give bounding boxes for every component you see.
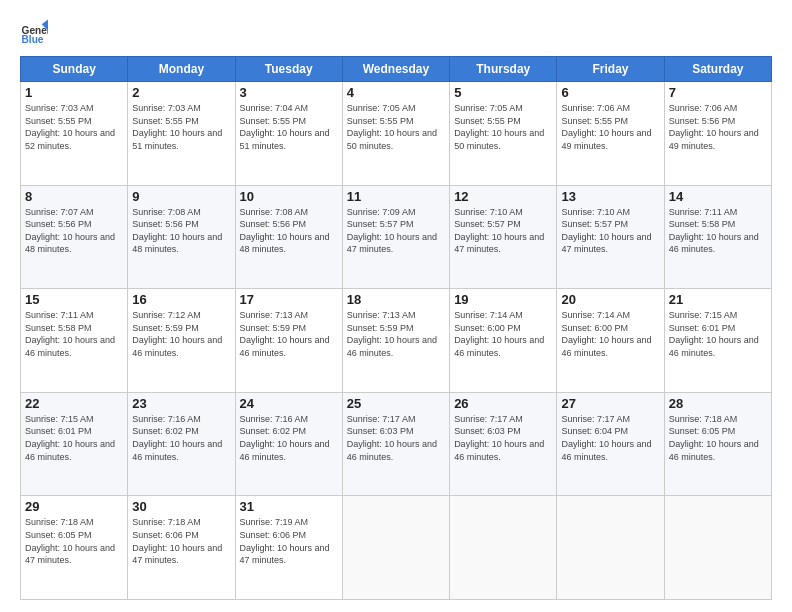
- calendar-cell: 27 Sunrise: 7:17 AMSunset: 6:04 PMDaylig…: [557, 392, 664, 496]
- day-number: 23: [132, 396, 230, 411]
- page: General Blue Sunday Monday Tuesday Wedne…: [0, 0, 792, 612]
- calendar-week-5: 29 Sunrise: 7:18 AMSunset: 6:05 PMDaylig…: [21, 496, 772, 600]
- day-info: Sunrise: 7:15 AMSunset: 6:01 PMDaylight:…: [669, 310, 759, 358]
- day-info: Sunrise: 7:17 AMSunset: 6:03 PMDaylight:…: [347, 414, 437, 462]
- day-info: Sunrise: 7:11 AMSunset: 5:58 PMDaylight:…: [25, 310, 115, 358]
- day-number: 20: [561, 292, 659, 307]
- day-info: Sunrise: 7:19 AMSunset: 6:06 PMDaylight:…: [240, 517, 330, 565]
- calendar-cell: 7 Sunrise: 7:06 AMSunset: 5:56 PMDayligh…: [664, 82, 771, 186]
- day-info: Sunrise: 7:18 AMSunset: 6:06 PMDaylight:…: [132, 517, 222, 565]
- day-info: Sunrise: 7:03 AMSunset: 5:55 PMDaylight:…: [25, 103, 115, 151]
- day-info: Sunrise: 7:07 AMSunset: 5:56 PMDaylight:…: [25, 207, 115, 255]
- day-info: Sunrise: 7:18 AMSunset: 6:05 PMDaylight:…: [25, 517, 115, 565]
- header-wednesday: Wednesday: [342, 57, 449, 82]
- day-number: 4: [347, 85, 445, 100]
- calendar-cell: 17 Sunrise: 7:13 AMSunset: 5:59 PMDaylig…: [235, 289, 342, 393]
- day-info: Sunrise: 7:18 AMSunset: 6:05 PMDaylight:…: [669, 414, 759, 462]
- day-number: 11: [347, 189, 445, 204]
- day-info: Sunrise: 7:17 AMSunset: 6:04 PMDaylight:…: [561, 414, 651, 462]
- day-info: Sunrise: 7:08 AMSunset: 5:56 PMDaylight:…: [132, 207, 222, 255]
- calendar-cell: 14 Sunrise: 7:11 AMSunset: 5:58 PMDaylig…: [664, 185, 771, 289]
- day-number: 24: [240, 396, 338, 411]
- calendar-cell: 4 Sunrise: 7:05 AMSunset: 5:55 PMDayligh…: [342, 82, 449, 186]
- day-number: 30: [132, 499, 230, 514]
- day-number: 1: [25, 85, 123, 100]
- logo: General Blue: [20, 18, 50, 46]
- calendar-cell: [450, 496, 557, 600]
- day-info: Sunrise: 7:11 AMSunset: 5:58 PMDaylight:…: [669, 207, 759, 255]
- calendar-cell: 1 Sunrise: 7:03 AMSunset: 5:55 PMDayligh…: [21, 82, 128, 186]
- day-info: Sunrise: 7:13 AMSunset: 5:59 PMDaylight:…: [240, 310, 330, 358]
- calendar-cell: 10 Sunrise: 7:08 AMSunset: 5:56 PMDaylig…: [235, 185, 342, 289]
- calendar-cell: 23 Sunrise: 7:16 AMSunset: 6:02 PMDaylig…: [128, 392, 235, 496]
- day-number: 2: [132, 85, 230, 100]
- calendar-cell: 30 Sunrise: 7:18 AMSunset: 6:06 PMDaylig…: [128, 496, 235, 600]
- calendar-table: Sunday Monday Tuesday Wednesday Thursday…: [20, 56, 772, 600]
- day-info: Sunrise: 7:04 AMSunset: 5:55 PMDaylight:…: [240, 103, 330, 151]
- calendar-cell: 25 Sunrise: 7:17 AMSunset: 6:03 PMDaylig…: [342, 392, 449, 496]
- day-number: 15: [25, 292, 123, 307]
- calendar-cell: 6 Sunrise: 7:06 AMSunset: 5:55 PMDayligh…: [557, 82, 664, 186]
- day-info: Sunrise: 7:06 AMSunset: 5:55 PMDaylight:…: [561, 103, 651, 151]
- svg-text:Blue: Blue: [22, 34, 44, 45]
- day-number: 10: [240, 189, 338, 204]
- day-info: Sunrise: 7:17 AMSunset: 6:03 PMDaylight:…: [454, 414, 544, 462]
- calendar-cell: 5 Sunrise: 7:05 AMSunset: 5:55 PMDayligh…: [450, 82, 557, 186]
- calendar-cell: 8 Sunrise: 7:07 AMSunset: 5:56 PMDayligh…: [21, 185, 128, 289]
- day-info: Sunrise: 7:14 AMSunset: 6:00 PMDaylight:…: [561, 310, 651, 358]
- calendar-cell: 9 Sunrise: 7:08 AMSunset: 5:56 PMDayligh…: [128, 185, 235, 289]
- calendar-cell: 31 Sunrise: 7:19 AMSunset: 6:06 PMDaylig…: [235, 496, 342, 600]
- day-number: 16: [132, 292, 230, 307]
- calendar-cell: [342, 496, 449, 600]
- day-info: Sunrise: 7:15 AMSunset: 6:01 PMDaylight:…: [25, 414, 115, 462]
- day-info: Sunrise: 7:10 AMSunset: 5:57 PMDaylight:…: [454, 207, 544, 255]
- day-info: Sunrise: 7:14 AMSunset: 6:00 PMDaylight:…: [454, 310, 544, 358]
- calendar-cell: 15 Sunrise: 7:11 AMSunset: 5:58 PMDaylig…: [21, 289, 128, 393]
- calendar-week-4: 22 Sunrise: 7:15 AMSunset: 6:01 PMDaylig…: [21, 392, 772, 496]
- calendar-cell: 29 Sunrise: 7:18 AMSunset: 6:05 PMDaylig…: [21, 496, 128, 600]
- day-number: 29: [25, 499, 123, 514]
- header-sunday: Sunday: [21, 57, 128, 82]
- day-info: Sunrise: 7:05 AMSunset: 5:55 PMDaylight:…: [454, 103, 544, 151]
- day-info: Sunrise: 7:03 AMSunset: 5:55 PMDaylight:…: [132, 103, 222, 151]
- day-number: 31: [240, 499, 338, 514]
- day-number: 12: [454, 189, 552, 204]
- day-info: Sunrise: 7:09 AMSunset: 5:57 PMDaylight:…: [347, 207, 437, 255]
- header-thursday: Thursday: [450, 57, 557, 82]
- day-number: 13: [561, 189, 659, 204]
- calendar-cell: 24 Sunrise: 7:16 AMSunset: 6:02 PMDaylig…: [235, 392, 342, 496]
- day-number: 17: [240, 292, 338, 307]
- day-number: 19: [454, 292, 552, 307]
- header: General Blue: [20, 18, 772, 46]
- day-info: Sunrise: 7:10 AMSunset: 5:57 PMDaylight:…: [561, 207, 651, 255]
- day-number: 8: [25, 189, 123, 204]
- day-number: 28: [669, 396, 767, 411]
- weekday-header-row: Sunday Monday Tuesday Wednesday Thursday…: [21, 57, 772, 82]
- logo-icon: General Blue: [20, 18, 48, 46]
- day-info: Sunrise: 7:13 AMSunset: 5:59 PMDaylight:…: [347, 310, 437, 358]
- calendar-cell: 20 Sunrise: 7:14 AMSunset: 6:00 PMDaylig…: [557, 289, 664, 393]
- day-number: 26: [454, 396, 552, 411]
- header-friday: Friday: [557, 57, 664, 82]
- day-number: 5: [454, 85, 552, 100]
- day-number: 9: [132, 189, 230, 204]
- calendar-cell: 26 Sunrise: 7:17 AMSunset: 6:03 PMDaylig…: [450, 392, 557, 496]
- header-saturday: Saturday: [664, 57, 771, 82]
- day-info: Sunrise: 7:05 AMSunset: 5:55 PMDaylight:…: [347, 103, 437, 151]
- day-info: Sunrise: 7:06 AMSunset: 5:56 PMDaylight:…: [669, 103, 759, 151]
- day-number: 3: [240, 85, 338, 100]
- day-number: 14: [669, 189, 767, 204]
- header-monday: Monday: [128, 57, 235, 82]
- calendar-cell: [557, 496, 664, 600]
- day-info: Sunrise: 7:08 AMSunset: 5:56 PMDaylight:…: [240, 207, 330, 255]
- day-info: Sunrise: 7:16 AMSunset: 6:02 PMDaylight:…: [132, 414, 222, 462]
- day-number: 25: [347, 396, 445, 411]
- calendar-cell: 3 Sunrise: 7:04 AMSunset: 5:55 PMDayligh…: [235, 82, 342, 186]
- calendar-cell: 19 Sunrise: 7:14 AMSunset: 6:00 PMDaylig…: [450, 289, 557, 393]
- calendar-cell: 12 Sunrise: 7:10 AMSunset: 5:57 PMDaylig…: [450, 185, 557, 289]
- calendar-cell: [664, 496, 771, 600]
- day-number: 18: [347, 292, 445, 307]
- calendar-cell: 16 Sunrise: 7:12 AMSunset: 5:59 PMDaylig…: [128, 289, 235, 393]
- calendar-week-3: 15 Sunrise: 7:11 AMSunset: 5:58 PMDaylig…: [21, 289, 772, 393]
- calendar-cell: 28 Sunrise: 7:18 AMSunset: 6:05 PMDaylig…: [664, 392, 771, 496]
